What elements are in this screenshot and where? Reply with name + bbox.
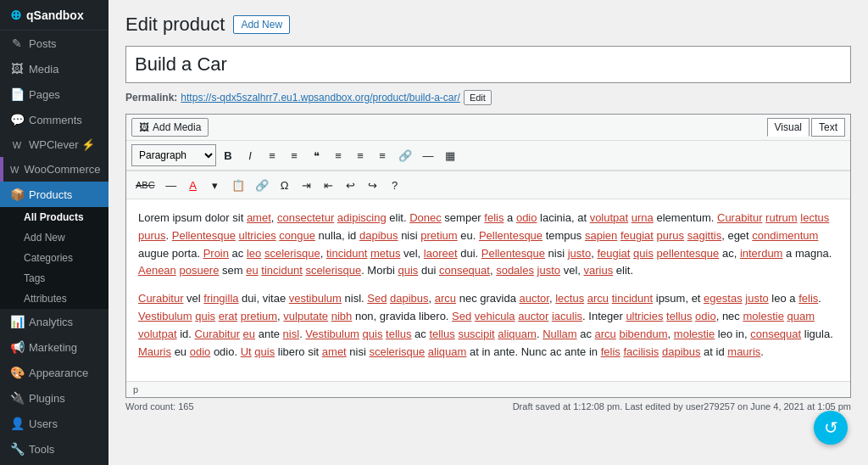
redo-button[interactable]: ↪ [363,175,383,195]
submenu-categories[interactable]: Categories [0,248,108,268]
add-new-label: Add New [24,232,65,244]
table-button[interactable]: ▦ [440,145,460,165]
visual-text-tabs: Visual Text [767,118,845,137]
sidebar-item-label: WooCommerce [24,163,100,176]
blockquote-button[interactable]: ❝ [306,145,326,165]
align-center-button[interactable]: ≡ [350,145,370,165]
media-icon: 🖼 [10,62,24,76]
editor-toolbar-top: 🖼 Add Media Visual Text [126,115,850,141]
add-media-label: Add Media [153,121,201,133]
marketing-icon: 📢 [10,340,24,354]
sidebar-item-plugins[interactable]: 🔌 Plugins [0,385,108,411]
sidebar-item-label: Posts [29,37,57,50]
sidebar-item-products[interactable]: 📦 Products [0,182,108,207]
bold-button[interactable]: B [218,145,238,165]
sidebar-item-posts[interactable]: ✎ Posts [0,31,108,56]
submenu-all-products[interactable]: All Products [0,207,108,227]
add-new-button[interactable]: Add New [233,15,290,34]
sidebar: ⊕ qSandbox ✎ Posts 🖼 Media 📄 Pages 💬 Com… [0,0,108,465]
sidebar-item-label: Products [29,188,72,201]
editor-footer: p [126,381,850,397]
sidebar-item-comments[interactable]: 💬 Comments [0,107,108,132]
page-title: Edit product [125,14,225,36]
sidebar-item-tools[interactable]: 🔧 Tools [0,436,108,462]
align-right-button[interactable]: ≡ [372,145,392,165]
editor-wrapper: 🖼 Add Media Visual Text Paragraph Headin… [125,114,851,398]
all-products-label: All Products [24,211,84,223]
italic-button[interactable]: I [240,145,260,165]
editor-paragraph-1: Lorem ipsum dolor sit amet, consectetur … [138,210,838,280]
submenu-add-new[interactable]: Add New [0,227,108,248]
font-color-dropdown[interactable]: ▾ [205,175,225,195]
sidebar-item-analytics[interactable]: 📊 Analytics [0,309,108,334]
paste-from-word-button[interactable]: 📋 [227,175,249,195]
text-tab[interactable]: Text [811,118,845,137]
sidebar-item-wpclever[interactable]: W WPClever ⚡ [0,132,108,157]
sidebar-item-label: Pages [29,88,60,101]
remove-formatting-button[interactable]: 🔗 [251,175,273,195]
page-header: Edit product Add New [125,14,851,36]
users-icon: 👤 [10,417,24,430]
special-char-button[interactable]: Ω [275,175,295,195]
sidebar-item-label: Comments [29,114,82,126]
undo-button[interactable]: ↩ [341,175,361,195]
sidebar-item-label: Users [29,417,58,430]
sidebar-item-media[interactable]: 🖼 Media [0,56,108,81]
visual-tab[interactable]: Visual [767,118,810,137]
wp-icon: ⊕ [10,7,21,23]
add-media-icon: 🖼 [139,121,149,133]
product-title-input[interactable] [125,46,851,83]
submenu-tags[interactable]: Tags [0,268,108,289]
separator-button[interactable]: — [418,145,438,165]
editor-paragraph-2: Curabitur vel fringilla dui, vitae vesti… [138,290,838,361]
sidebar-item-users[interactable]: 👤 Users [0,411,108,436]
editor-content[interactable]: Lorem ipsum dolor sit amet, consectetur … [126,199,850,381]
ordered-list-button[interactable]: ≡ [284,145,304,165]
sidebar-item-label: Analytics [29,316,73,328]
permalink-label: Permalink: [125,92,177,104]
sidebar-item-label: Appearance [29,367,88,379]
save-status: Draft saved at 1:12:08 pm. Last edited b… [513,401,851,412]
comments-icon: 💬 [10,113,24,126]
outdent-button[interactable]: ⇤ [319,175,339,195]
format-select[interactable]: Paragraph Heading 1 Heading 2 Heading 3 … [131,144,216,166]
sidebar-item-label: Plugins [29,392,65,405]
add-media-button[interactable]: 🖼 Add Media [131,118,209,137]
editor-toolbar-row1: Paragraph Heading 1 Heading 2 Heading 3 … [126,141,850,171]
fab-button[interactable]: ↺ [814,411,848,445]
fab-icon: ↺ [824,417,838,438]
tools-icon: 🔧 [10,442,24,456]
unordered-list-button[interactable]: ≡ [262,145,282,165]
sidebar-item-label: Media [29,63,58,76]
wpclever-icon: W [10,140,24,150]
sidebar-item-appearance[interactable]: 🎨 Appearance [0,360,108,385]
editor-toolbar-row2: ABC — A ▾ 📋 🔗 Ω ⇥ ⇤ ↩ ↪ ? [126,171,850,199]
horizontal-rule-button[interactable]: — [161,175,181,195]
tags-label: Tags [24,272,45,284]
submenu-attributes[interactable]: Attributes [0,289,108,309]
appearance-icon: 🎨 [10,366,24,379]
strikethrough-button[interactable]: ABC [131,175,159,195]
word-count: Word count: 165 [125,401,194,412]
link-button[interactable]: 🔗 [394,145,416,165]
sidebar-item-woocommerce[interactable]: W WooCommerce [0,157,108,182]
products-submenu: All Products Add New Categories Tags Att… [0,207,108,309]
status-bar: Word count: 165 Draft saved at 1:12:08 p… [125,401,851,412]
attributes-label: Attributes [24,293,67,305]
woocommerce-icon: W [10,165,19,175]
main-content: Edit product Add New Permalink: https://… [108,0,868,465]
indent-button[interactable]: ⇥ [297,175,317,195]
edit-slug-button[interactable]: Edit [464,90,492,105]
sidebar-item-pages[interactable]: 📄 Pages [0,81,108,107]
sidebar-item-label: Tools [29,443,54,456]
categories-label: Categories [24,252,73,264]
align-left-button[interactable]: ≡ [328,145,348,165]
sidebar-item-marketing[interactable]: 📢 Marketing [0,334,108,360]
products-icon: 📦 [10,188,24,201]
app-name: qSandbox [26,8,84,22]
posts-icon: ✎ [10,36,24,50]
app-logo[interactable]: ⊕ qSandbox [0,0,108,31]
permalink-url[interactable]: https://s-qdx5szalhrr7.eu1.wpsandbox.org… [181,92,460,104]
font-color-button[interactable]: A [183,175,203,195]
help-button[interactable]: ? [385,175,405,195]
